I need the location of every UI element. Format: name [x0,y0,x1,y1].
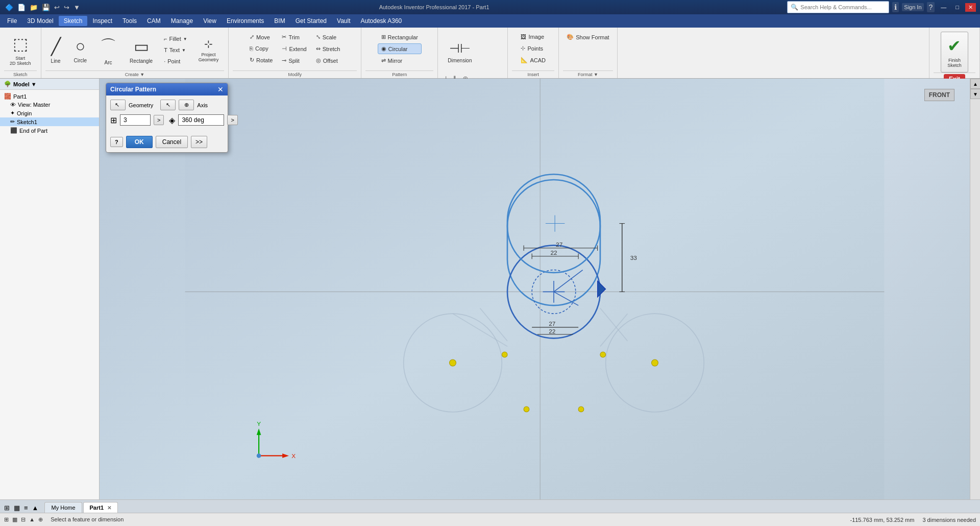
dialog-axis-icon-btn[interactable]: ⊕ [179,100,194,110]
menu-environments[interactable]: Environments [222,16,269,26]
line-btn[interactable]: ╱ Line [45,30,66,70]
dialog-expand-btn[interactable]: >> [191,136,207,148]
model-header[interactable]: 🌳 Model ▼ [0,79,99,90]
circle-btn[interactable]: ○ Circle [68,30,93,70]
move-btn[interactable]: ⤢ Move [246,32,276,42]
status-icon-2[interactable]: ▦ [12,516,17,522]
undo-btn[interactable]: ↩ [53,4,61,11]
rectangle-btn[interactable]: ▭ Rectangle [124,30,158,70]
tab-my-home[interactable]: My Home [44,502,82,513]
tree-origin[interactable]: ✦ Origin [0,109,99,117]
menu-bim[interactable]: BIM [269,16,290,26]
image-insert-btn[interactable]: 🖼 Image [517,32,548,42]
scroll-down-btn[interactable]: ▼ [970,89,980,99]
count-expand-btn[interactable]: > [154,115,164,125]
model-header-label: Model ▼ [13,81,37,87]
finish-sketch-btn[interactable]: ✔ FinishSketch [941,32,968,73]
trim-btn[interactable]: ✂ Trim [278,32,310,42]
dimension-btn[interactable]: ⊣⊢ Dimension [442,32,477,73]
count-input[interactable] [120,114,151,126]
close-btn[interactable]: ✕ [965,3,976,12]
tree-part1[interactable]: 🧱 Part1 [0,92,99,101]
search-input[interactable] [800,4,886,10]
svg-point-14 [652,360,658,366]
image-icon: 🖼 [521,34,526,40]
dialog-axis-selector-btn[interactable]: ↖ [160,100,176,110]
canvas-area[interactable]: FRONT [100,79,970,499]
start-2d-sketch-btn[interactable]: ⬚ Start2D Sketch [4,30,37,70]
tab-part1-close[interactable]: ✕ [107,505,111,511]
menu-tools[interactable]: Tools [117,16,142,26]
stretch-btn[interactable]: ⇔ Stretch [312,43,344,54]
tab-bar-icon-4[interactable]: ▲ [30,503,41,513]
new-btn[interactable]: 📄 [16,4,27,11]
dialog-ok-btn[interactable]: OK [126,136,153,148]
status-icon-4[interactable]: ▲ [29,516,35,522]
project-geometry-btn[interactable]: ⊹ ProjectGeometry [193,30,225,70]
menu-view[interactable]: View [198,16,222,26]
info-btn[interactable]: ℹ [892,2,899,12]
circular-btn[interactable]: ◉ Circular [378,43,422,54]
angle-expand-btn[interactable]: > [227,115,237,125]
tab-bar-icon-3[interactable]: ≡ [22,503,30,513]
tree-end-of-part[interactable]: ⬛ End of Part [0,126,99,135]
status-icon-3[interactable]: ⊟ [21,516,26,522]
sign-in-btn[interactable]: Sign In [902,3,923,11]
menu-vault[interactable]: Vault [332,16,355,26]
tree-sketch1[interactable]: ✏ Sketch1 [0,117,99,126]
tree-view-master[interactable]: 👁 View: Master [0,101,99,109]
text-btn[interactable]: T Text ▼ [160,45,191,55]
rectangular-btn[interactable]: ⊞ Rectangular [378,32,422,42]
arc-btn[interactable]: ⌒ Arc [94,30,122,70]
angle-input[interactable] [178,114,224,126]
help-btn[interactable]: ? [927,2,935,12]
fillet-btn[interactable]: ⌐ Fillet ▼ [160,34,191,44]
status-icon-5[interactable]: ⊕ [38,516,43,522]
split-btn[interactable]: ⊸ Split [278,55,310,66]
axis-cursor-icon: ↖ [166,102,170,108]
menu-inspect[interactable]: Inspect [87,16,117,26]
extend-btn[interactable]: ⊣ Extend [278,43,310,54]
dialog-cancel-btn[interactable]: Cancel [156,136,188,148]
ribbon: ⬚ Start2D Sketch Sketch ╱ Line ○ Circle … [0,28,980,79]
more-qa-btn[interactable]: ▼ [72,4,81,11]
tree-sketch1-label: Sketch1 [17,119,37,125]
scroll-up-btn[interactable]: ▲ [970,79,980,89]
scale-btn[interactable]: ⤡ Scale [312,32,344,42]
menu-getstarted[interactable]: Get Started [290,16,332,26]
tab-part1[interactable]: Part1 ✕ [83,502,118,513]
tab-bar-icon-2[interactable]: ▦ [12,503,22,513]
menu-cam[interactable]: CAM [142,16,166,26]
start-sketch-label: Start2D Sketch [10,56,31,66]
menu-3dmodel[interactable]: 3D Model [22,16,58,26]
redo-btn[interactable]: ↪ [63,4,70,11]
menu-manage[interactable]: Manage [166,16,198,26]
dialog-close-btn[interactable]: ✕ [217,86,224,93]
dialog-title[interactable]: Circular Pattern ✕ [106,83,228,95]
dialog-geometry-selector-btn[interactable]: ↖ [110,100,126,110]
dialog-help-btn[interactable]: ? [110,137,123,147]
save-btn[interactable]: 💾 [41,4,51,11]
ribbon-format-items: 🎨 Show Format [563,30,612,70]
show-format-btn[interactable]: 🎨 Show Format [563,32,612,42]
copy-btn[interactable]: ⎘ Copy [246,43,276,54]
menu-a360[interactable]: Autodesk A360 [356,16,407,26]
arc-icon: ⌒ [100,35,116,58]
tab-bar-icon-1[interactable]: ⊞ [2,503,12,513]
ribbon-sketch-items: ⬚ Start2D Sketch [4,30,37,70]
points-insert-btn[interactable]: ⊹ Points [517,43,547,54]
menu-file[interactable]: File [2,16,22,26]
stretch-icon: ⇔ [316,45,321,52]
mirror-btn[interactable]: ⇌ Mirror [378,55,422,66]
maximize-btn[interactable]: □ [952,3,962,11]
title-bar-left: 🔷 📄 📁 💾 ↩ ↪ ▼ [4,4,81,11]
open-btn[interactable]: 📁 [29,4,39,11]
offset-btn[interactable]: ◎ Offset [312,55,344,66]
acad-insert-btn[interactable]: 📐 ACAD [517,55,549,65]
menu-sketch[interactable]: Sketch [59,16,88,26]
minimize-btn[interactable]: — [938,3,949,11]
status-icon-1[interactable]: ⊞ [4,516,9,522]
search-bar[interactable]: 🔍 [787,1,889,13]
point-btn[interactable]: · Point [160,56,191,66]
rotate-btn[interactable]: ↻ Rotate [246,55,276,65]
